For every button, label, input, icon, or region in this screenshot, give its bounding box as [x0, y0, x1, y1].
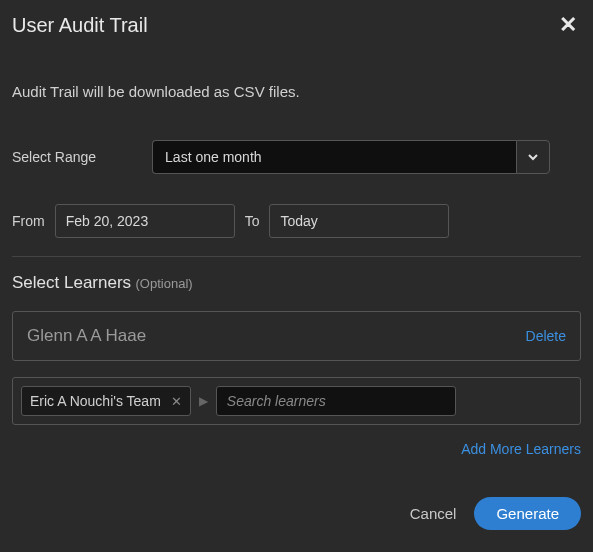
learner-search-row: Eric A Nouchi's Team ✕ ▶: [12, 377, 581, 425]
date-row: From Feb 20, 2023 To Today: [12, 204, 581, 238]
close-icon[interactable]: ✕: [559, 14, 581, 36]
from-date-input[interactable]: Feb 20, 2023: [55, 204, 235, 238]
delete-learner-button[interactable]: Delete: [526, 328, 566, 344]
section-title-text: Select Learners: [12, 273, 131, 292]
to-label: To: [245, 213, 260, 229]
chip-remove-icon[interactable]: ✕: [171, 394, 182, 409]
range-select[interactable]: Last one month: [152, 140, 550, 174]
range-select-value: Last one month: [152, 140, 516, 174]
selected-learner-box: Glenn A A Haae Delete: [12, 311, 581, 361]
dialog-header: User Audit Trail ✕: [12, 14, 581, 37]
dialog-title: User Audit Trail: [12, 14, 148, 37]
divider: [12, 256, 581, 257]
team-chip-label: Eric A Nouchi's Team: [30, 393, 161, 409]
range-row: Select Range Last one month: [12, 140, 581, 174]
range-label: Select Range: [12, 149, 96, 165]
learners-section-title: Select Learners (Optional): [12, 273, 581, 293]
chip-arrow-icon: ▶: [199, 394, 208, 408]
user-audit-trail-dialog: User Audit Trail ✕ Audit Trail will be d…: [0, 0, 593, 544]
chevron-down-icon[interactable]: [516, 140, 550, 174]
search-learners-input[interactable]: [216, 386, 456, 416]
optional-text: (Optional): [136, 276, 193, 291]
selected-learner-name: Glenn A A Haae: [27, 326, 146, 346]
from-label: From: [12, 213, 45, 229]
dialog-footer: Cancel Generate: [12, 497, 581, 530]
to-date-input[interactable]: Today: [269, 204, 449, 238]
cancel-button[interactable]: Cancel: [410, 505, 457, 522]
add-more-row: Add More Learners: [12, 441, 581, 457]
dialog-subtitle: Audit Trail will be downloaded as CSV fi…: [12, 83, 581, 100]
generate-button[interactable]: Generate: [474, 497, 581, 530]
team-chip[interactable]: Eric A Nouchi's Team ✕: [21, 386, 191, 416]
add-more-learners-button[interactable]: Add More Learners: [461, 441, 581, 457]
